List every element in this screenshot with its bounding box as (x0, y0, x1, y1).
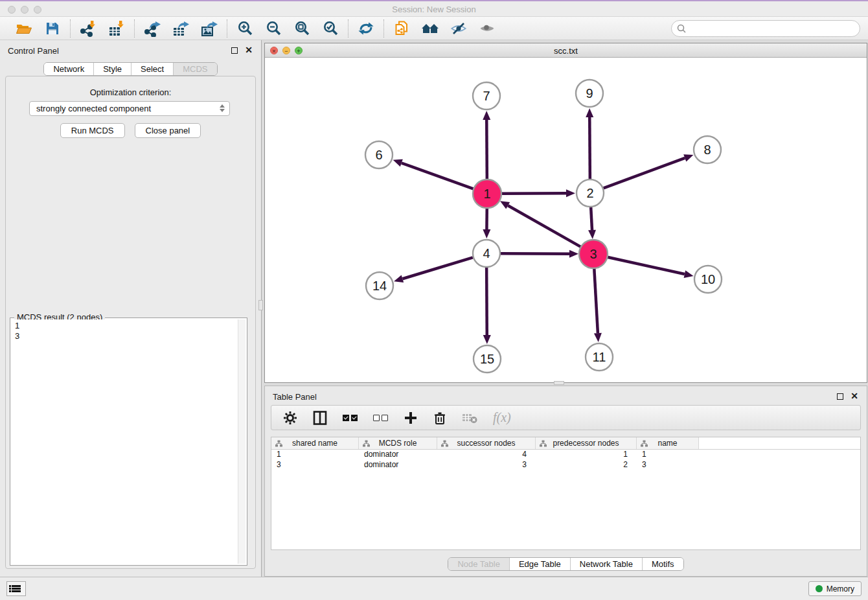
hide-panels-eye-slash-icon[interactable] (450, 19, 468, 38)
table-panel-close-icon[interactable]: ✕ (851, 391, 858, 401)
graph-edge-2-9[interactable] (589, 117, 590, 179)
home-layout-icon[interactable] (421, 19, 439, 38)
list-icon (12, 584, 21, 594)
tab-mcds[interactable]: MCDS (174, 63, 216, 75)
select-stepper-icon (220, 104, 225, 112)
graph-edge-3-1[interactable] (508, 205, 581, 247)
zoom-in-icon[interactable] (236, 19, 254, 38)
control-panel-maximize-icon[interactable] (231, 47, 238, 54)
mcds-panel: Optimization criterion: strongly connect… (5, 76, 256, 569)
cell-mcds-role[interactable]: dominator (359, 450, 437, 460)
cell-predecessor-nodes[interactable]: 2 (536, 460, 637, 470)
cell-name[interactable]: 1 (637, 450, 699, 460)
graph-edge-4-15[interactable] (486, 268, 487, 335)
search-icon (677, 24, 686, 33)
column-header-mcds-role[interactable]: MCDS role (359, 437, 437, 449)
cell-shared-name[interactable]: 1 (271, 450, 359, 460)
column-header-shared-name[interactable]: shared name (271, 437, 359, 449)
zoom-out-icon[interactable] (264, 19, 282, 38)
table-toolbar: f(x) (271, 405, 861, 430)
table-panel-maximize-icon[interactable] (837, 393, 843, 400)
tab-motifs[interactable]: Motifs (643, 558, 683, 570)
tab-network-table[interactable]: Network Table (571, 558, 643, 570)
export-table-icon[interactable] (172, 19, 190, 38)
split-columns-icon[interactable] (313, 411, 327, 425)
export-network-icon[interactable] (143, 19, 161, 38)
network-window-title: scc.txt (265, 46, 867, 56)
duplicate-network-icon[interactable] (393, 19, 411, 38)
table-panel-title: Table Panel (273, 392, 317, 402)
graph-edge-arrowhead (483, 335, 491, 344)
cell-shared-name[interactable]: 3 (271, 460, 359, 470)
graph-edge-3-10[interactable] (607, 257, 684, 274)
graph-node-label: 11 (593, 350, 606, 364)
run-mcds-button[interactable]: Run MCDS (60, 123, 125, 138)
tab-style[interactable]: Style (94, 63, 131, 75)
graph-node-label: 10 (701, 272, 715, 286)
cell-predecessor-nodes[interactable]: 1 (536, 450, 637, 460)
tab-node-table[interactable]: Node Table (448, 558, 510, 570)
mcds-result-list[interactable]: 13 (12, 319, 238, 564)
save-session-icon[interactable] (43, 19, 62, 38)
graph-node-label: 14 (372, 279, 387, 293)
show-panels-eye-icon[interactable] (478, 19, 496, 38)
table-panel-tabs: Node TableEdge TableNetwork TableMotifs (448, 557, 683, 571)
import-table-icon[interactable] (108, 19, 126, 38)
graph-edge-1-2[interactable] (501, 193, 566, 194)
graph-edge-arrowhead (684, 270, 694, 278)
export-image-icon[interactable] (200, 19, 218, 38)
cell-mcds-role[interactable]: dominator (359, 460, 437, 470)
graph-edge-arrowhead (393, 159, 403, 167)
delete-trash-icon[interactable] (433, 411, 446, 425)
session-title: Session: New Session (0, 5, 868, 14)
task-history-button[interactable] (6, 581, 26, 596)
zoom-fit-icon[interactable] (293, 19, 311, 38)
refresh-layout-icon[interactable] (357, 19, 375, 38)
zoom-selected-icon[interactable] (321, 19, 339, 38)
graph-edge-2-8[interactable] (604, 158, 685, 189)
result-scrollbar[interactable] (238, 319, 246, 564)
graph-node-label: 1 (483, 187, 490, 201)
graph-node-label: 15 (480, 352, 494, 366)
network-canvas[interactable]: 1234678910111415 (265, 58, 867, 382)
search-input[interactable] (671, 20, 860, 37)
tab-edge-table[interactable]: Edge Table (510, 558, 571, 570)
control-panel-close-icon[interactable]: ✕ (245, 45, 253, 55)
table-row[interactable]: 3dominator323 (271, 460, 860, 470)
optimization-criterion-select[interactable]: strongly connected component (29, 101, 230, 116)
deselect-all-checkboxes-icon[interactable] (373, 415, 388, 421)
graph-edge-4-14[interactable] (402, 257, 473, 279)
table-row[interactable]: 1dominator411 (271, 450, 860, 460)
optimization-criterion-value: strongly connected component (36, 104, 151, 113)
application-window: Session: New Session (0, 0, 868, 600)
cell-name[interactable]: 3 (637, 460, 699, 470)
column-header-successor-nodes[interactable]: successor nodes (437, 437, 536, 449)
vertical-splitter-handle[interactable] (258, 300, 263, 310)
network-window-titlebar[interactable]: × − + scc.txt (265, 43, 867, 58)
graph-edge-2-3[interactable] (591, 207, 592, 230)
column-header-name[interactable]: name (637, 437, 699, 449)
import-network-icon[interactable] (79, 19, 97, 38)
horizontal-splitter-handle[interactable] (554, 381, 564, 385)
open-session-icon[interactable] (15, 19, 33, 38)
add-column-plus-icon[interactable] (404, 411, 418, 425)
mcds-result-line: 1 (15, 321, 234, 331)
close-panel-button[interactable]: Close panel (135, 123, 201, 138)
graph-edge-1-6[interactable] (402, 163, 474, 189)
optimization-criterion-label: Optimization criterion: (6, 87, 255, 97)
column-header-predecessor-nodes[interactable]: predecessor nodes (536, 437, 637, 449)
memory-label: Memory (827, 584, 854, 594)
table-settings-gear-icon[interactable] (283, 411, 297, 425)
status-bar: Memory (0, 577, 868, 600)
graph-edge-arrowhead (588, 230, 596, 239)
cell-successor-nodes[interactable]: 3 (437, 460, 536, 470)
graph-edge-4-3[interactable] (501, 253, 569, 254)
select-all-checkboxes-icon[interactable] (343, 415, 358, 421)
tab-network[interactable]: Network (44, 63, 94, 75)
cell-successor-nodes[interactable]: 4 (437, 450, 536, 460)
tab-select[interactable]: Select (131, 63, 174, 75)
memory-button[interactable]: Memory (808, 581, 862, 596)
graph-edge-3-11[interactable] (594, 268, 598, 333)
graph-edge-1-7[interactable] (486, 120, 487, 179)
delete-table-icon (462, 412, 477, 424)
